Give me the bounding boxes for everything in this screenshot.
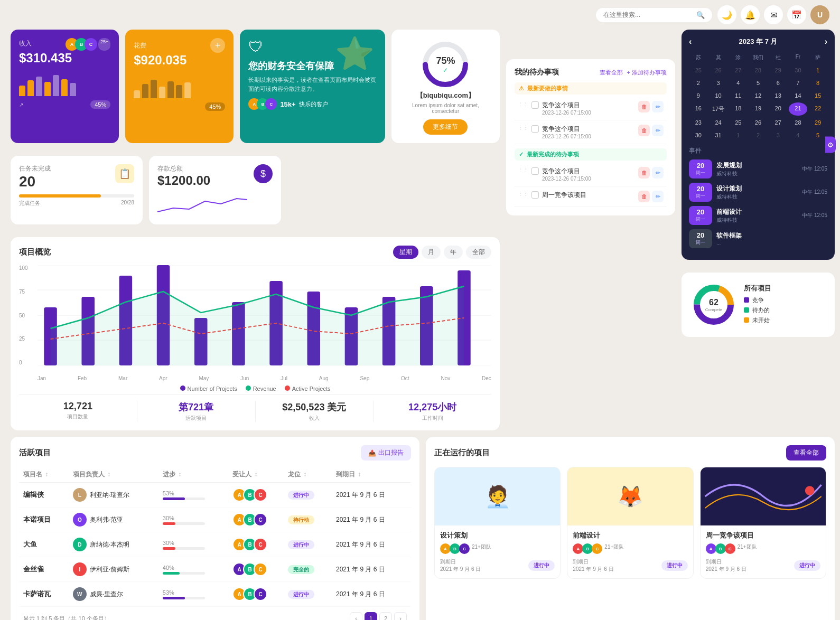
cal-day-27[interactable]: 27: [729, 64, 748, 76]
cal-day-29[interactable]: 29: [769, 64, 788, 76]
cal-day-25[interactable]: 25: [689, 64, 708, 76]
savings-card: 存款总额 $1200.00 $: [149, 156, 281, 224]
cal-day-26b[interactable]: 26: [749, 117, 768, 128]
due-3: 2021 年 9 月 6 日: [332, 532, 411, 557]
cal-day-1[interactable]: 1: [808, 64, 827, 76]
cal-day-17[interactable]: 17号: [709, 102, 728, 116]
cal-day-15[interactable]: 15: [808, 90, 827, 101]
cal-day-14[interactable]: 14: [789, 90, 808, 101]
cal-day-28[interactable]: 28: [749, 64, 768, 76]
x-may: May: [199, 375, 209, 381]
cal-day-3c[interactable]: 3: [769, 129, 788, 141]
running-proj-info-3: 周一竞争该项目 A B C 21+团队 到期日 2021 年 9 月 6 日 进…: [701, 525, 826, 578]
cal-day-30b[interactable]: 30: [689, 129, 708, 141]
cal-day-22[interactable]: 22: [808, 102, 827, 116]
cal-day-5c[interactable]: 5: [808, 129, 827, 141]
col-due[interactable]: 到期日 ↕: [332, 467, 411, 483]
todo-view-all[interactable]: 查看全部: [600, 69, 623, 77]
cal-day-8[interactable]: 8: [808, 77, 827, 89]
manager-avatar-4: I: [73, 562, 87, 576]
page-2-btn[interactable]: 2: [379, 612, 392, 620]
tab-month[interactable]: 月: [422, 246, 441, 259]
tab-week[interactable]: 星期: [393, 246, 418, 259]
cal-day-9[interactable]: 9: [689, 90, 708, 101]
calendar-settings-button[interactable]: ⚙: [825, 137, 836, 153]
todo-checkbox-2[interactable]: [531, 125, 539, 133]
col-manager[interactable]: 项目负责人 ↕: [69, 467, 158, 483]
cal-day-13[interactable]: 13: [769, 90, 788, 101]
todo-edit-3[interactable]: ✏: [652, 167, 664, 179]
drag-handle-3[interactable]: ⋮⋮: [518, 167, 528, 173]
cal-day-19[interactable]: 19: [749, 102, 768, 116]
drag-handle-4[interactable]: ⋮⋮: [518, 191, 528, 196]
search-input[interactable]: [603, 11, 692, 18]
cal-day-4c[interactable]: 4: [789, 129, 808, 141]
todo-checkbox-4[interactable]: [531, 191, 539, 199]
promo-desc: 长期以来的事实是，读者在查看页面布局时会被页面的可读内容分散注意力。: [248, 76, 376, 93]
export-button[interactable]: 📤 出口报告: [361, 445, 411, 461]
cal-day-2[interactable]: 2: [689, 77, 708, 89]
todo-delete-3[interactable]: 🗑: [638, 167, 650, 179]
running-team-count-2: 21+团队: [604, 543, 624, 554]
cal-day-7[interactable]: 7: [789, 77, 808, 89]
cal-day-4[interactable]: 4: [729, 77, 748, 89]
cal-day-20[interactable]: 20: [769, 102, 788, 116]
cal-next-button[interactable]: ›: [825, 37, 827, 46]
tasks-progress-value: 20/28: [121, 200, 134, 207]
todo-add-button[interactable]: + 添加待办事项: [627, 69, 667, 77]
tab-all[interactable]: 全部: [466, 246, 491, 259]
calendar-button[interactable]: 📅: [787, 5, 806, 24]
drag-handle-1[interactable]: ⋮⋮: [518, 101, 528, 107]
col-assignee[interactable]: 受让人 ↕: [228, 467, 284, 483]
cal-day-16[interactable]: 16: [689, 102, 708, 116]
cal-day-26[interactable]: 26: [709, 64, 728, 76]
cal-day-24[interactable]: 24: [709, 117, 728, 128]
cal-day-6[interactable]: 6: [769, 77, 788, 89]
todo-edit-1[interactable]: ✏: [652, 101, 664, 112]
cal-day-30[interactable]: 30: [789, 64, 808, 76]
col-progress[interactable]: 进步 ↕: [158, 467, 228, 483]
page-next-btn[interactable]: ›: [394, 612, 407, 620]
todo-edit-4[interactable]: ✏: [652, 191, 664, 202]
col-project-name[interactable]: 项目名 ↕: [19, 467, 69, 483]
cal-prev-button[interactable]: ‹: [689, 37, 692, 46]
cal-day-3[interactable]: 3: [709, 77, 728, 89]
dark-mode-button[interactable]: 🌙: [717, 5, 736, 24]
col-status[interactable]: 龙位 ↕: [284, 467, 332, 483]
legend-notstarted-dot: [744, 317, 749, 323]
todo-checkbox-3[interactable]: [531, 167, 539, 175]
revenue-bar-2: [27, 80, 34, 96]
notification-button[interactable]: 🔔: [741, 5, 760, 24]
cal-day-25b[interactable]: 25: [729, 117, 748, 128]
expense-add-button[interactable]: +: [210, 38, 225, 53]
cal-day-11[interactable]: 11: [729, 90, 748, 101]
cal-day-12[interactable]: 12: [749, 90, 768, 101]
drag-handle-2[interactable]: ⋮⋮: [518, 125, 528, 130]
cal-day-31[interactable]: 31: [709, 129, 728, 141]
search-box[interactable]: 🔍: [596, 8, 712, 22]
todo-delete-2[interactable]: 🗑: [638, 125, 650, 136]
cal-day-5[interactable]: 5: [749, 77, 768, 89]
page-1-btn[interactable]: 1: [365, 612, 377, 620]
cal-day-2c[interactable]: 2: [749, 129, 768, 141]
cal-day-21-today[interactable]: 21: [789, 102, 808, 116]
cal-day-18[interactable]: 18: [729, 102, 748, 116]
todo-delete-1[interactable]: 🗑: [638, 101, 650, 112]
todo-checkbox-1[interactable]: [531, 101, 539, 109]
mail-button[interactable]: ✉: [764, 5, 783, 24]
cal-day-1c[interactable]: 1: [729, 129, 748, 141]
revenue-footer: ↗ 45%: [19, 100, 110, 109]
tasks-title: 任务未完成: [19, 164, 51, 173]
cal-day-27b[interactable]: 27: [769, 117, 788, 128]
user-avatar[interactable]: U: [810, 5, 829, 24]
cal-day-29b[interactable]: 29: [808, 117, 827, 128]
page-prev-btn[interactable]: ‹: [350, 612, 362, 620]
cal-day-28b[interactable]: 28: [789, 117, 808, 128]
more-details-button[interactable]: 更多细节: [423, 119, 468, 135]
tab-year[interactable]: 年: [444, 246, 463, 259]
todo-delete-4[interactable]: 🗑: [638, 191, 650, 202]
cal-day-23[interactable]: 23: [689, 117, 708, 128]
todo-edit-2[interactable]: ✏: [652, 125, 664, 136]
view-all-button[interactable]: 查看全部: [786, 445, 826, 461]
cal-day-10[interactable]: 10: [709, 90, 728, 101]
